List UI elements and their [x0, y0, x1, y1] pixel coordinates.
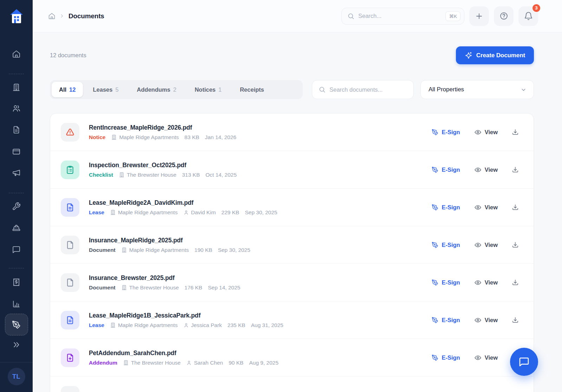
- sidebar-item-messages[interactable]: [9, 242, 24, 257]
- download-icon: [512, 279, 519, 286]
- download-button[interactable]: [512, 129, 519, 136]
- create-document-button[interactable]: Create Document: [456, 46, 534, 64]
- sidebar-collapse-toggle[interactable]: [9, 337, 24, 352]
- document-date: Jan 14, 2026: [205, 134, 236, 141]
- document-row[interactable]: [50, 377, 534, 392]
- notifications-button[interactable]: 3: [518, 6, 538, 26]
- document-row[interactable]: Lease_MapleRidge2A_DavidKim.pdfLeaseMapl…: [50, 189, 534, 226]
- tab-leases[interactable]: Leases5: [84, 82, 127, 97]
- esign-button[interactable]: E-Sign: [432, 317, 460, 324]
- sidebar-item-receipts[interactable]: [9, 274, 24, 290]
- esign-button[interactable]: E-Sign: [432, 204, 460, 211]
- document-type-badge: Checklist: [89, 172, 113, 178]
- download-icon: [512, 166, 519, 173]
- download-button[interactable]: [512, 279, 519, 286]
- download-button[interactable]: [512, 166, 519, 173]
- document-type-icon-box: [61, 236, 79, 254]
- document-size: 190 KB: [195, 247, 213, 253]
- esign-button[interactable]: E-Sign: [432, 279, 460, 286]
- document-row[interactable]: Lease_MapleRidge1B_JessicaPark.pdfLeaseM…: [50, 301, 534, 339]
- download-button[interactable]: [512, 241, 519, 248]
- sidebar-item-esign[interactable]: [5, 314, 28, 335]
- view-button[interactable]: View: [474, 166, 498, 174]
- document-type-icon-box: [61, 273, 79, 292]
- building-sm-icon: [123, 360, 129, 366]
- sidebar-item-reports[interactable]: [9, 296, 24, 312]
- eye-icon: [474, 204, 482, 211]
- tab-receipts[interactable]: Receipts: [231, 82, 273, 97]
- document-size: 235 KB: [228, 322, 246, 328]
- sidebar-item-properties[interactable]: [9, 79, 24, 95]
- document-property: Maple Ridge Apartments: [121, 247, 189, 253]
- property-filter-value: All Properties: [429, 86, 464, 93]
- view-button[interactable]: View: [474, 279, 498, 286]
- building-sm-icon: [111, 134, 117, 140]
- page-title: Documents: [68, 12, 104, 20]
- app-logo-house-icon[interactable]: [9, 8, 24, 25]
- clipboard-list-icon: [65, 165, 75, 175]
- esign-button[interactable]: E-Sign: [432, 242, 460, 248]
- avatar[interactable]: TL: [8, 368, 25, 385]
- hard-hat-icon: [12, 223, 21, 232]
- view-button[interactable]: View: [474, 129, 498, 136]
- view-button[interactable]: View: [474, 204, 498, 211]
- document-property: The Brewster House: [119, 172, 176, 178]
- eye-icon: [474, 166, 482, 174]
- tab-notices[interactable]: Notices1: [186, 82, 230, 97]
- documents-search[interactable]: [312, 80, 414, 99]
- esign-button[interactable]: E-Sign: [432, 129, 460, 136]
- eye-icon: [474, 316, 482, 324]
- global-search-input[interactable]: [358, 13, 442, 19]
- sparkles-icon: [465, 52, 472, 59]
- person-sm-icon: [186, 360, 192, 366]
- receipt-icon: [12, 278, 21, 287]
- pen-tool-icon: [432, 166, 438, 173]
- document-row[interactable]: PetAddendum_SarahChen.pdfAddendumThe Bre…: [50, 339, 534, 376]
- help-button[interactable]: [494, 6, 514, 26]
- document-property: Maple Ridge Apartments: [110, 322, 178, 328]
- topbar: Documents ⌘K 3: [33, 0, 562, 32]
- document-name: Lease_MapleRidge1B_JessicaPark.pdf: [89, 312, 283, 319]
- document-type-badge: Document: [89, 247, 116, 253]
- view-button[interactable]: View: [474, 241, 498, 249]
- breadcrumb-home-icon[interactable]: [48, 12, 55, 20]
- wrench-icon: [12, 202, 21, 211]
- property-filter-select[interactable]: All Properties: [420, 80, 534, 99]
- tab-addendums[interactable]: Addendums2: [129, 82, 185, 97]
- document-type-badge: Notice: [89, 134, 105, 141]
- eye-icon: [474, 129, 482, 136]
- view-button[interactable]: View: [474, 316, 498, 324]
- document-row[interactable]: RentIncrease_MapleRidge_2026.pdfNoticeMa…: [50, 113, 534, 151]
- sidebar-item-payments[interactable]: [9, 144, 24, 159]
- view-button[interactable]: View: [474, 354, 498, 361]
- download-icon: [512, 241, 519, 248]
- chat-fab-button[interactable]: [510, 348, 538, 376]
- sidebar-item-contractors[interactable]: [9, 220, 24, 235]
- file-lines-icon: [65, 203, 75, 212]
- home-icon: [12, 50, 21, 58]
- building-sm-icon: [119, 172, 125, 178]
- esign-button[interactable]: E-Sign: [432, 354, 460, 361]
- sidebar-item-maintenance[interactable]: [9, 198, 24, 214]
- documents-search-input[interactable]: [329, 86, 407, 93]
- document-row[interactable]: Inspection_Brewster_Oct2025.pdfChecklist…: [50, 151, 534, 188]
- sidebar-item-documents[interactable]: [9, 122, 24, 137]
- sidebar-item-announcements[interactable]: [9, 165, 24, 180]
- esign-button[interactable]: E-Sign: [432, 166, 460, 173]
- sidebar-item-tenants[interactable]: [9, 100, 24, 116]
- chevron-right-icon: [59, 13, 65, 19]
- shortcut-key: ⌘K: [445, 11, 460, 21]
- add-button[interactable]: [469, 6, 489, 26]
- download-icon: [512, 129, 519, 136]
- document-row[interactable]: Insurance_Brewster_2025.pdfDocumentThe B…: [50, 264, 534, 301]
- global-search[interactable]: ⌘K: [341, 8, 464, 25]
- sidebar-item-home[interactable]: [9, 46, 24, 61]
- download-button[interactable]: [512, 316, 519, 324]
- tab-all[interactable]: All12: [52, 82, 83, 97]
- main-content: 12 documents Create Document All12Leases…: [33, 32, 562, 392]
- document-size: 83 KB: [184, 134, 199, 141]
- tab-count: 5: [115, 86, 118, 93]
- download-button[interactable]: [512, 204, 519, 211]
- document-property: Maple Ridge Apartments: [110, 209, 178, 216]
- document-row[interactable]: Insurance_MapleRidge_2025.pdfDocumentMap…: [50, 226, 534, 263]
